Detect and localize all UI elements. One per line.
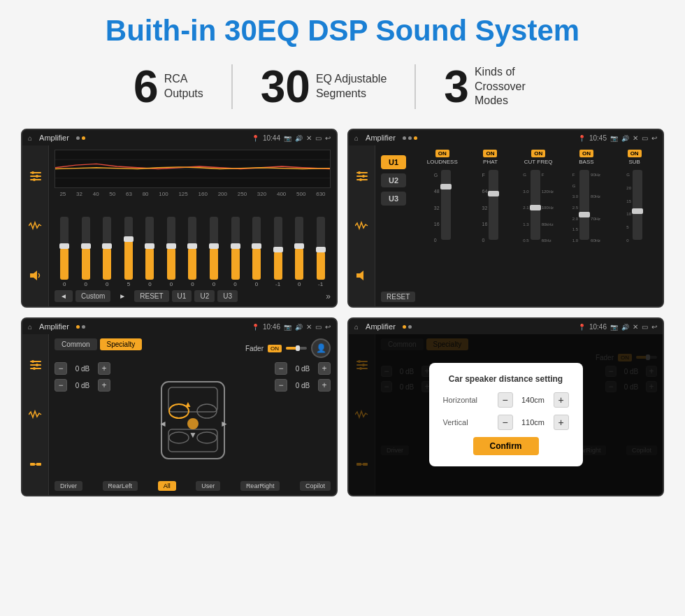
band-200: 200 (218, 191, 227, 197)
eq-slider-6[interactable]: 0 (161, 217, 182, 287)
driver-btn[interactable]: Driver (55, 481, 82, 491)
vertical-plus-btn[interactable]: + (554, 415, 569, 430)
vol-4-minus[interactable]: − (275, 379, 287, 392)
eq-u2-btn[interactable]: U2 (194, 290, 215, 302)
vol-3-plus[interactable]: + (318, 362, 331, 375)
speaker-balance-icon[interactable] (26, 454, 45, 474)
home-icon[interactable] (28, 134, 32, 142)
u1-button[interactable]: U1 (381, 155, 406, 169)
bass-thumb[interactable] (579, 212, 590, 217)
copilot-btn[interactable]: Copilot (300, 481, 331, 491)
speaker-specialty-tab[interactable]: Specialty (100, 338, 143, 350)
vol-3-minus[interactable]: − (275, 362, 287, 375)
svg-point-4 (36, 175, 38, 178)
vol-2-plus[interactable]: + (98, 379, 110, 392)
bass-slider[interactable] (579, 170, 589, 240)
speaker-spk-icon (295, 323, 303, 331)
eq-slider-12[interactable]: 0 (289, 217, 310, 287)
cutfreq-control: ON CUT FREQ G3.02.11.30.5 F120H (516, 150, 561, 302)
band-25: 25 (59, 191, 66, 197)
stat-rca-number: 6 (134, 64, 159, 109)
eq-u1-btn[interactable]: U1 (172, 290, 192, 302)
speaker-home-icon[interactable] (28, 323, 32, 331)
eq-volume-icon[interactable] (26, 266, 45, 285)
eq-slider-7[interactable]: 0 (182, 217, 203, 287)
close-icon[interactable] (306, 134, 312, 142)
loudness-scale: G4832160 (434, 173, 440, 243)
eq-sliders: 0 0 0 5 (55, 200, 331, 287)
eq-expand-icon[interactable]: » (326, 292, 331, 301)
dialog-close-icon[interactable] (633, 323, 638, 331)
loudness-thumb[interactable] (440, 184, 452, 189)
speaker-filter-icon[interactable] (26, 355, 45, 375)
phat-slider[interactable] (489, 170, 498, 240)
eq-slider-9[interactable]: 0 (225, 217, 245, 287)
cutfreq-slider[interactable] (531, 170, 540, 240)
eq-preset-label[interactable]: Custom (75, 290, 110, 302)
eq-slider-2[interactable]: 0 (76, 217, 96, 287)
vol-1-plus[interactable]: + (98, 362, 110, 375)
u-buttons: U1 U2 U3 RESET (381, 155, 415, 302)
eq-slider-1[interactable]: 0 (55, 217, 75, 287)
back-icon[interactable] (325, 134, 331, 142)
sub-thumb[interactable] (632, 208, 643, 214)
crossover-home-icon[interactable] (354, 134, 359, 142)
eq-filter-icon[interactable] (26, 166, 45, 186)
vol-1-value: 0 dB (70, 365, 95, 373)
crossover-dot-1 (403, 136, 406, 140)
u3-button[interactable]: U3 (381, 192, 406, 206)
vol-4-plus[interactable]: + (318, 379, 331, 392)
eq-reset-btn[interactable]: RESET (134, 290, 168, 302)
eq-slider-5[interactable]: 0 (140, 217, 160, 287)
horizontal-plus-btn[interactable]: + (554, 392, 569, 408)
sub-control: ON SUB G20151050 (612, 150, 657, 302)
crossover-screen: Amplifier 10:45 (347, 129, 664, 308)
eq-slider-11[interactable]: -1 (268, 217, 288, 287)
dialog-back-icon[interactable] (651, 323, 657, 331)
all-btn[interactable]: All (158, 481, 176, 491)
eq-wave-icon[interactable] (26, 216, 45, 236)
rearright-btn[interactable]: RearRight (240, 481, 280, 491)
crossover-window-icon[interactable] (642, 134, 648, 142)
vol-2-minus[interactable]: − (55, 379, 67, 392)
eq-slider-8[interactable]: 0 (204, 217, 224, 287)
band-500: 500 (296, 191, 305, 197)
dialog-window-icon[interactable] (642, 323, 648, 331)
horizontal-minus-btn[interactable]: − (498, 392, 513, 408)
crossover-wave-icon[interactable] (352, 216, 372, 236)
crossover-volume-icon[interactable] (352, 266, 372, 285)
eq-slider-13[interactable]: -1 (310, 217, 331, 287)
svg-rect-28 (296, 345, 300, 351)
sub-slider[interactable] (633, 170, 642, 240)
speaker-back-icon[interactable] (325, 323, 331, 331)
crossover-reset-btn[interactable]: RESET (381, 292, 415, 302)
eq-prev-btn[interactable]: ◄ (55, 290, 73, 302)
speaker-screen-content: Common Specialty Fader ON (22, 334, 336, 495)
loudness-slider[interactable] (441, 170, 451, 240)
phat-thumb[interactable] (488, 191, 499, 196)
speaker-window-icon[interactable] (315, 323, 322, 331)
crossover-filter-icon[interactable] (352, 166, 372, 186)
vol-1-minus[interactable]: − (55, 362, 67, 375)
eq-slider-3[interactable]: 0 (97, 217, 117, 287)
user-btn[interactable]: User (196, 481, 220, 491)
speaker-common-tab[interactable]: Common (55, 338, 97, 350)
eq-u3-btn[interactable]: U3 (217, 290, 238, 302)
crossover-close-icon[interactable] (633, 134, 638, 142)
crossover-back-icon[interactable] (651, 134, 657, 142)
eq-play-btn[interactable]: ► (113, 290, 131, 302)
dialog-home-icon[interactable] (354, 323, 359, 331)
confirm-button[interactable]: Confirm (473, 437, 539, 455)
rearleft-btn[interactable]: RearLeft (103, 481, 138, 491)
vertical-minus-btn[interactable]: − (498, 415, 513, 430)
speaker-wave-icon[interactable] (26, 405, 45, 424)
eq-slider-4[interactable]: 5 (119, 217, 139, 287)
phat-on-badge: ON (483, 150, 497, 157)
window-icon[interactable] (315, 134, 322, 142)
eq-bottom-bar: ◄ Custom ► RESET U1 U2 U3 » (55, 290, 331, 302)
eq-slider-10[interactable]: 0 (247, 217, 267, 287)
eq-status-bar: Amplifier 10:44 (22, 130, 336, 145)
u2-button[interactable]: U2 (381, 173, 406, 187)
speaker-close-icon[interactable] (306, 323, 312, 331)
cutfreq-thumb[interactable] (530, 205, 541, 210)
